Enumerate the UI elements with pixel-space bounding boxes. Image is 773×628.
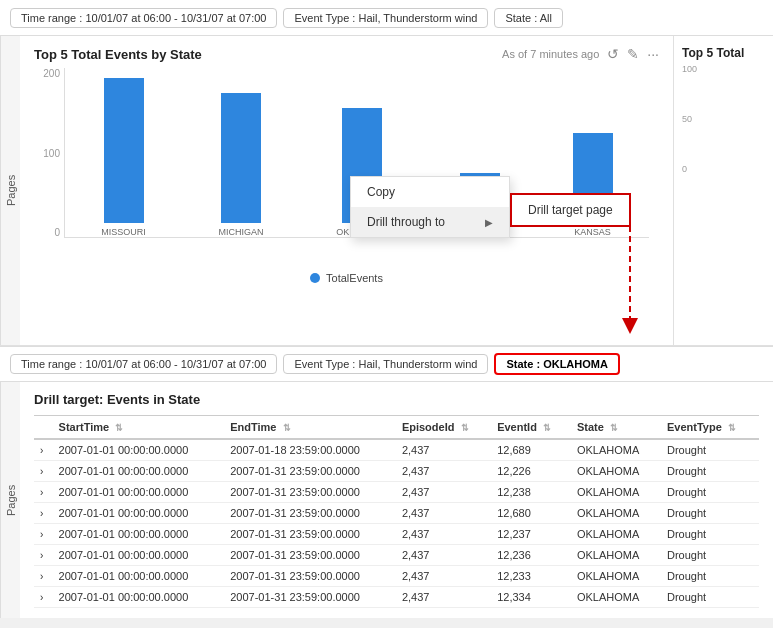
table-section-title: Drill target: Events in State: [34, 392, 759, 407]
submenu-arrow: ▶: [485, 217, 493, 228]
col-eventid[interactable]: EventId ⇅: [491, 416, 571, 440]
edit-icon[interactable]: ✎: [627, 46, 639, 62]
col-episodeid[interactable]: EpisodeId ⇅: [396, 416, 491, 440]
data-table: StartTime ⇅ EndTime ⇅ EpisodeId ⇅ EventI…: [34, 415, 759, 608]
cell-state: OKLAHOMA: [571, 545, 661, 566]
table-row[interactable]: ›2007-01-01 00:00:00.00002007-01-18 23:5…: [34, 439, 759, 461]
table-header-row: StartTime ⇅ EndTime ⇅ EpisodeId ⇅ EventI…: [34, 416, 759, 440]
cell-eventid: 12,226: [491, 461, 571, 482]
y-axis: 200 100 0: [34, 68, 64, 238]
cell-eventtype: Drought: [661, 461, 759, 482]
chart-title: Top 5 Total Events by State: [34, 47, 202, 62]
cell-eventtype: Drought: [661, 566, 759, 587]
refresh-icon[interactable]: ↺: [607, 46, 619, 62]
bottom-section: Pages Drill target: Events in State Star…: [0, 382, 773, 618]
second-filter-bar: Time range : 10/01/07 at 06:00 - 10/31/0…: [0, 346, 773, 382]
table-row[interactable]: ›2007-01-01 00:00:00.00002007-01-31 23:5…: [34, 524, 759, 545]
cell-starttime: 2007-01-01 00:00:00.0000: [53, 566, 225, 587]
cell-starttime: 2007-01-01 00:00:00.0000: [53, 503, 225, 524]
table-row[interactable]: ›2007-01-01 00:00:00.00002007-01-31 23:5…: [34, 503, 759, 524]
row-expand: ›: [34, 503, 53, 524]
cell-episodeid: 2,437: [396, 461, 491, 482]
bar-missouri[interactable]: [104, 78, 144, 223]
bar-group-missouri[interactable]: MISSOURI: [101, 78, 146, 237]
cell-state: OKLAHOMA: [571, 503, 661, 524]
cell-starttime: 2007-01-01 00:00:00.0000: [53, 545, 225, 566]
right-panel-title: Top 5 Total: [682, 46, 765, 60]
cell-starttime: 2007-01-01 00:00:00.0000: [53, 587, 225, 608]
bar-group-michigan[interactable]: MICHIGAN: [219, 93, 264, 237]
bar-label-michigan: MICHIGAN: [219, 227, 264, 237]
filter2-pill-state[interactable]: State : OKLAHOMA: [494, 353, 619, 375]
row-expand: ›: [34, 545, 53, 566]
chart-header: Top 5 Total Events by State As of 7 minu…: [34, 46, 659, 62]
cell-episodeid: 2,437: [396, 482, 491, 503]
cell-endtime: 2007-01-31 23:59:00.0000: [224, 587, 396, 608]
cell-eventid: 12,238: [491, 482, 571, 503]
filter-pill-event-type[interactable]: Event Type : Hail, Thunderstorm wind: [283, 8, 488, 28]
cell-endtime: 2007-01-31 23:59:00.0000: [224, 545, 396, 566]
cell-episodeid: 2,437: [396, 587, 491, 608]
filter2-pill-event-type[interactable]: Event Type : Hail, Thunderstorm wind: [283, 354, 488, 374]
row-expand: ›: [34, 587, 53, 608]
row-expand: ›: [34, 482, 53, 503]
cell-eventtype: Drought: [661, 587, 759, 608]
cell-episodeid: 2,437: [396, 545, 491, 566]
cell-endtime: 2007-01-31 23:59:00.0000: [224, 482, 396, 503]
cell-eventid: 12,689: [491, 439, 571, 461]
cell-starttime: 2007-01-01 00:00:00.0000: [53, 524, 225, 545]
cell-eventid: 12,233: [491, 566, 571, 587]
col-state[interactable]: State ⇅: [571, 416, 661, 440]
cell-state: OKLAHOMA: [571, 439, 661, 461]
col-endtime[interactable]: EndTime ⇅: [224, 416, 396, 440]
filter2-pill-time-range[interactable]: Time range : 10/01/07 at 06:00 - 10/31/0…: [10, 354, 277, 374]
pages-tab-bottom[interactable]: Pages: [0, 382, 20, 618]
cell-endtime: 2007-01-31 23:59:00.0000: [224, 461, 396, 482]
bar-chart: 200 100 0 MISSOURIMICHIGANOKLAHOMAILLINO…: [34, 68, 659, 268]
bar-label-kansas: KANSAS: [574, 227, 611, 237]
chart-timestamp: As of 7 minutes ago: [502, 48, 599, 60]
top-filter-bar: Time range : 10/01/07 at 06:00 - 10/31/0…: [0, 0, 773, 36]
filter-pill-time-range[interactable]: Time range : 10/01/07 at 06:00 - 10/31/0…: [10, 8, 277, 28]
cell-state: OKLAHOMA: [571, 482, 661, 503]
table-panel: Drill target: Events in State StartTime …: [20, 382, 773, 618]
col-eventtype[interactable]: EventType ⇅: [661, 416, 759, 440]
row-expand: ›: [34, 524, 53, 545]
context-menu-drill[interactable]: Drill through to ▶: [351, 207, 509, 237]
table-row[interactable]: ›2007-01-01 00:00:00.00002007-01-31 23:5…: [34, 482, 759, 503]
cell-episodeid: 2,437: [396, 566, 491, 587]
cell-endtime: 2007-01-31 23:59:00.0000: [224, 566, 396, 587]
row-expand: ›: [34, 566, 53, 587]
cell-starttime: 2007-01-01 00:00:00.0000: [53, 461, 225, 482]
bar-label-missouri: MISSOURI: [101, 227, 146, 237]
chart-panel: Top 5 Total Events by State As of 7 minu…: [20, 36, 673, 345]
cell-episodeid: 2,437: [396, 524, 491, 545]
y-label-0: 0: [54, 227, 60, 238]
cell-eventid: 12,680: [491, 503, 571, 524]
filter-pill-state[interactable]: State : All: [494, 8, 562, 28]
cell-endtime: 2007-01-31 23:59:00.0000: [224, 524, 396, 545]
cell-eventtype: Drought: [661, 503, 759, 524]
table-row[interactable]: ›2007-01-01 00:00:00.00002007-01-31 23:5…: [34, 461, 759, 482]
cell-eventtype: Drought: [661, 524, 759, 545]
row-expand: ›: [34, 461, 53, 482]
legend-label: TotalEvents: [326, 272, 383, 284]
context-menu-copy[interactable]: Copy: [351, 177, 509, 207]
bar-michigan[interactable]: [221, 93, 261, 223]
table-row[interactable]: ›2007-01-01 00:00:00.00002007-01-31 23:5…: [34, 566, 759, 587]
legend-dot: [310, 273, 320, 283]
drill-target-box[interactable]: Drill target page: [510, 193, 631, 227]
cell-eventtype: Drought: [661, 545, 759, 566]
table-row[interactable]: ›2007-01-01 00:00:00.00002007-01-31 23:5…: [34, 587, 759, 608]
pages-tab-top[interactable]: Pages: [0, 36, 20, 345]
more-icon[interactable]: ···: [647, 46, 659, 62]
cell-endtime: 2007-01-18 23:59:00.0000: [224, 439, 396, 461]
cell-starttime: 2007-01-01 00:00:00.0000: [53, 439, 225, 461]
right-y-labels: 100 50 0: [682, 64, 765, 174]
drill-arrow: [610, 226, 670, 345]
table-row[interactable]: ›2007-01-01 00:00:00.00002007-01-31 23:5…: [34, 545, 759, 566]
cell-episodeid: 2,437: [396, 503, 491, 524]
cell-state: OKLAHOMA: [571, 461, 661, 482]
chart-section: Pages Top 5 Total Events by State As of …: [0, 36, 773, 346]
col-starttime[interactable]: StartTime ⇅: [53, 416, 225, 440]
